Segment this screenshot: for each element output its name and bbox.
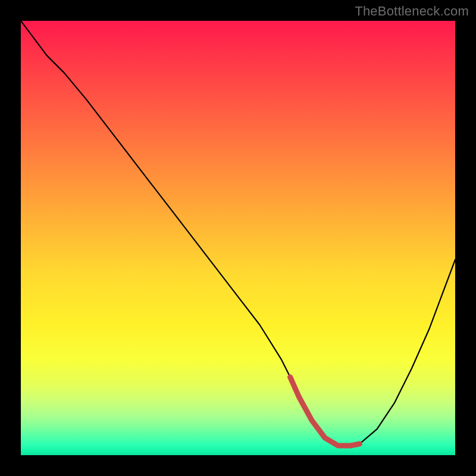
plot-area	[21, 21, 455, 455]
curve-line	[21, 21, 455, 446]
watermark-text: TheBottleneck.com	[355, 4, 469, 19]
trough-highlight	[290, 377, 360, 446]
bottleneck-curve	[21, 21, 455, 455]
chart-frame: TheBottleneck.com	[0, 0, 476, 476]
